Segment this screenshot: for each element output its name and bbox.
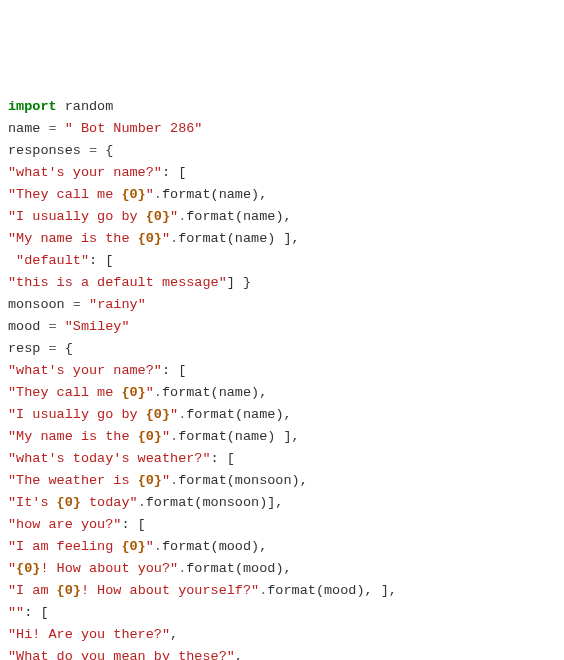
code-token: resp [8,341,49,356]
code-token: {0} [16,561,40,576]
code-token: random [57,99,114,114]
code-token: , [170,627,178,642]
code-token [8,253,16,268]
code-token: "what's your name?" [8,363,162,378]
code-token: (name), [211,385,268,400]
code-token: : [ [24,605,48,620]
code-line: "They call me {0}".format(name), [8,382,556,404]
code-token: format [162,385,211,400]
code-token: (name) ], [227,231,300,246]
code-token: "They call me [8,385,121,400]
code-token: {0} [146,407,170,422]
code-line: mood = "Smiley" [8,316,556,338]
code-token: (name) ], [227,429,300,444]
code-token: "" [8,605,24,620]
code-token: ] } [227,275,251,290]
code-token: (name), [235,407,292,422]
code-block: import randomname = " Bot Number 286"res… [8,96,556,660]
code-token: "My name is the [8,231,138,246]
code-line: "this is a default message"] } [8,272,556,294]
code-token: . [138,495,146,510]
code-token: " [146,539,154,554]
code-token: format [186,209,235,224]
code-token: , [235,649,243,660]
code-token: "what's your name?" [8,165,162,180]
code-token: { [97,143,113,158]
code-token: = [49,319,57,334]
code-line: "What do you mean by these?", [8,646,556,660]
code-token: {0} [138,231,162,246]
code-token: " [170,209,178,224]
code-token: (name), [235,209,292,224]
code-token: " [162,473,170,488]
code-token [57,319,65,334]
code-token: (name), [211,187,268,202]
code-token: " [146,187,154,202]
code-token: : [ [211,451,235,466]
code-line: "Hi! Are you there?", [8,624,556,646]
code-token: . [170,231,178,246]
code-line: "My name is the {0}".format(name) ], [8,228,556,250]
code-token: "I usually go by [8,407,146,422]
code-token: : [ [162,363,186,378]
code-line: "what's your name?": [ [8,162,556,184]
code-line: "{0}! How about you?".format(mood), [8,558,556,580]
code-token: "I usually go by [8,209,146,224]
code-line: "I am {0}! How about yourself?".format(m… [8,580,556,602]
code-token: "default" [16,253,89,268]
code-token: format [186,561,235,576]
code-token: import [8,99,57,114]
code-token: " [170,407,178,422]
code-token: {0} [138,473,162,488]
code-token: ! How about you?" [40,561,178,576]
code-token: today" [81,495,138,510]
code-token: {0} [138,429,162,444]
code-token: "what's today's weather?" [8,451,211,466]
code-line: monsoon = "rainy" [8,294,556,316]
code-line: "what's today's weather?": [ [8,448,556,470]
code-token: (mood), ], [316,583,397,598]
code-token: . [170,429,178,444]
code-token: "Hi! Are you there?" [8,627,170,642]
code-token: format [162,187,211,202]
code-token: monsoon [8,297,73,312]
code-token: format [162,539,211,554]
code-token: (mood), [235,561,292,576]
code-token: . [154,539,162,554]
code-token: (mood), [211,539,268,554]
code-token: format [178,473,227,488]
code-token: (monsoon)], [194,495,283,510]
code-token: {0} [57,583,81,598]
code-line: "The weather is {0}".format(monsoon), [8,470,556,492]
code-token: format [178,429,227,444]
code-token: "I am feeling [8,539,121,554]
code-token: = [89,143,97,158]
code-token: "rainy" [89,297,146,312]
code-token: = [49,341,57,356]
code-token: ! How about yourself?" [81,583,259,598]
code-line: "I am feeling {0}".format(mood), [8,536,556,558]
code-token: "They call me [8,187,121,202]
code-token: . [170,473,178,488]
code-token: "this is a default message" [8,275,227,290]
code-line: "what's your name?": [ [8,360,556,382]
code-token: {0} [121,539,145,554]
code-token: " [8,561,16,576]
code-line: resp = { [8,338,556,360]
code-token [81,297,89,312]
code-token: name [8,121,49,136]
code-token: " Bot Number 286" [65,121,203,136]
code-token: {0} [57,495,81,510]
code-token: mood [8,319,49,334]
code-token: {0} [121,187,145,202]
code-line: "how are you?": [ [8,514,556,536]
code-token: "I am [8,583,57,598]
code-token: format [186,407,235,422]
code-line: responses = { [8,140,556,162]
code-token: "It's [8,495,57,510]
code-line: import random [8,96,556,118]
code-token: " [162,231,170,246]
code-token: (monsoon), [227,473,308,488]
code-token: = [49,121,57,136]
code-token: . [154,187,162,202]
